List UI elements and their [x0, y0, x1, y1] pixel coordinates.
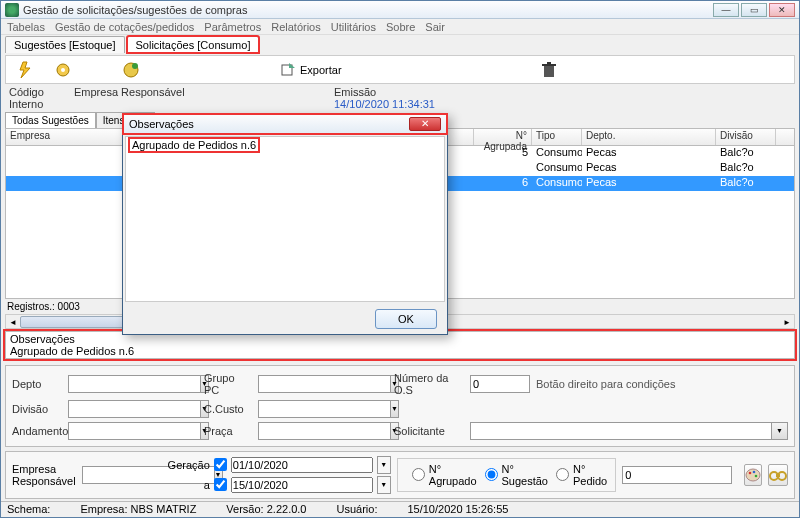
radio-pedido-label: N° Pedido	[573, 463, 607, 487]
tab-todas-sugestoes[interactable]: Todas Sugestões	[5, 112, 96, 128]
emissao-label: Emissão	[334, 86, 435, 98]
svg-rect-6	[542, 64, 556, 66]
col-tipo[interactable]: Tipo	[532, 129, 582, 145]
date-from-input[interactable]	[231, 457, 373, 473]
radio-agrupado[interactable]	[412, 468, 425, 481]
green-accent-icon[interactable]	[122, 61, 140, 79]
svg-point-1	[61, 68, 65, 72]
empresa-resp-bottom-label: Empresa Responsável	[12, 463, 76, 487]
menu-tabelas[interactable]: Tabelas	[7, 21, 45, 33]
radio-sugestao[interactable]	[485, 468, 498, 481]
svg-point-11	[755, 474, 758, 477]
status-empresa: Empresa: NBS MATRIZ	[80, 503, 196, 515]
date-to-check[interactable]	[214, 478, 227, 491]
dialog-ok-button[interactable]: OK	[375, 309, 437, 329]
geracao-label: Geração	[168, 459, 210, 471]
palette-button[interactable]	[744, 464, 762, 486]
depto-label: Depto	[12, 378, 62, 390]
binoculars-button[interactable]	[768, 464, 788, 486]
numero-os-label: Número da O.S	[394, 372, 464, 396]
dialog-body-text: Agrupado de Pedidos n.6	[130, 139, 258, 151]
dialog-titlebar: Observações ✕	[123, 114, 447, 134]
observacoes-text: Agrupado de Pedidos n.6	[10, 345, 790, 357]
col-depto[interactable]: Depto.	[582, 129, 716, 145]
tab-solicitacoes-consumo[interactable]: Solicitações [Consumo]	[127, 36, 260, 53]
a-label: a	[204, 479, 210, 491]
solicitante-label: Solicitante	[394, 425, 464, 437]
window-title: Gestão de solicitações/sugestões de comp…	[23, 4, 247, 16]
svg-point-3	[132, 63, 138, 69]
status-schema: Schema:	[7, 503, 50, 515]
col-divisao[interactable]: Divisão	[716, 129, 776, 145]
lightning-icon[interactable]	[16, 61, 34, 79]
svg-rect-14	[776, 474, 780, 477]
grupopc-label: Grupo PC	[204, 372, 252, 396]
svg-point-8	[746, 469, 760, 481]
ccusto-input[interactable]	[258, 400, 391, 418]
main-tabs: Sugestões [Estoque] Solicitações [Consum…	[1, 35, 799, 53]
observacoes-dialog: Observações ✕ Agrupado de Pedidos n.6 OK	[122, 113, 448, 335]
export-label: Exportar	[300, 64, 342, 76]
statusbar: Schema: Empresa: NBS MATRIZ Versão: 2.22…	[1, 501, 799, 517]
numero-input[interactable]	[622, 466, 732, 484]
dialog-body[interactable]: Agrupado de Pedidos n.6	[125, 136, 445, 302]
tab-sugestoes-estoque[interactable]: Sugestões [Estoque]	[5, 36, 125, 53]
praca-input[interactable]	[258, 422, 391, 440]
scroll-left-arrow[interactable]: ◄	[6, 315, 20, 329]
titlebar: Gestão de solicitações/sugestões de comp…	[1, 1, 799, 19]
col-agrupada[interactable]: N° Agrupada	[474, 129, 532, 145]
grupopc-input[interactable]	[258, 375, 391, 393]
codigo-label: Código Interno	[9, 86, 44, 110]
gear-yellow-icon[interactable]	[54, 61, 72, 79]
export-icon	[280, 62, 296, 78]
dialog-close-button[interactable]: ✕	[409, 117, 441, 131]
close-button[interactable]: ✕	[769, 3, 795, 17]
menu-gestao[interactable]: Gestão de cotações/pedidos	[55, 21, 194, 33]
svg-rect-5	[544, 66, 554, 77]
solicitante-dropdown[interactable]: ▼	[772, 422, 788, 440]
main-window: Gestão de solicitações/sugestões de comp…	[0, 0, 800, 518]
divisao-input[interactable]	[68, 400, 201, 418]
emissao-value: 14/10/2020 11:34:31	[334, 98, 435, 110]
depto-input[interactable]	[68, 375, 201, 393]
minimize-button[interactable]: —	[713, 3, 739, 17]
date-from-dropdown[interactable]: ▼	[377, 456, 391, 474]
hint-text: Botão direito para condições	[536, 378, 788, 390]
svg-point-9	[749, 471, 752, 474]
solicitante-input[interactable]	[470, 422, 772, 440]
scroll-right-arrow[interactable]: ►	[780, 315, 794, 329]
header-fields: Código Interno Empresa Responsável Emiss…	[1, 84, 799, 112]
numero-os-input[interactable]	[470, 375, 530, 393]
radio-agrupado-label: N° Agrupado	[429, 463, 477, 487]
date-to-dropdown[interactable]: ▼	[377, 476, 391, 494]
menubar: Tabelas Gestão de cotações/pedidos Parâm…	[1, 19, 799, 35]
bottom-bar: Empresa Responsável ▼ Geração ▼ a ▼ N° A…	[5, 451, 795, 499]
status-usuario: Usuário:	[336, 503, 377, 515]
app-icon	[5, 3, 19, 17]
radio-sugestao-label: N° Sugestão	[502, 463, 548, 487]
trash-icon[interactable]	[542, 62, 556, 78]
menu-sair[interactable]: Sair	[425, 21, 445, 33]
date-to-input[interactable]	[231, 477, 373, 493]
status-datetime: 15/10/2020 15:26:55	[407, 503, 508, 515]
toolbar: Exportar	[5, 55, 795, 84]
menu-sobre[interactable]: Sobre	[386, 21, 415, 33]
menu-relatorios[interactable]: Relatórios	[271, 21, 321, 33]
date-from-check[interactable]	[214, 458, 227, 471]
empresa-resp-label: Empresa Responsável	[74, 86, 185, 98]
menu-utilitarios[interactable]: Utilitários	[331, 21, 376, 33]
andamento-label: Andamento	[12, 425, 62, 437]
ccusto-label: C.Custo	[204, 403, 252, 415]
dialog-title: Observações	[129, 118, 194, 130]
svg-point-10	[753, 470, 756, 473]
ccusto-dropdown[interactable]: ▼	[391, 400, 399, 418]
status-versao: Versão: 2.22.0.0	[226, 503, 306, 515]
radio-pedido[interactable]	[556, 468, 569, 481]
maximize-button[interactable]: ▭	[741, 3, 767, 17]
filters-panel: Depto ▼ Grupo PC ▼ Número da O.S Botão d…	[5, 365, 795, 447]
andamento-input[interactable]	[68, 422, 201, 440]
menu-parametros[interactable]: Parâmetros	[204, 21, 261, 33]
svg-rect-7	[547, 62, 551, 64]
export-button[interactable]: Exportar	[280, 62, 342, 78]
divisao-label: Divisão	[12, 403, 62, 415]
